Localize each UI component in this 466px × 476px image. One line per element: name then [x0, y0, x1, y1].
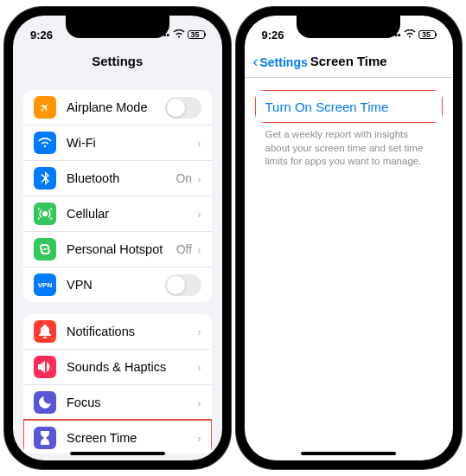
row-label: Bluetooth: [67, 171, 176, 185]
notch: [297, 16, 400, 38]
row-label: Screen Time: [67, 431, 197, 445]
settings-content[interactable]: ✈Airplane ModeWi-Fi›BluetoothOn›Cellular…: [13, 78, 222, 453]
chevron-right-icon: ›: [197, 396, 201, 409]
notch: [66, 16, 169, 38]
row-label: Airplane Mode: [67, 100, 165, 114]
page-title: Screen Time: [310, 54, 387, 68]
row-label: Focus: [67, 396, 197, 409]
wifi-icon: [404, 29, 416, 40]
row-value: Off: [176, 242, 192, 256]
sounds-icon: [34, 356, 56, 378]
row-focus[interactable]: Focus›: [23, 384, 212, 420]
screen-left: 9:26 ▪▪▪ 35 Settings ✈Airplane ModeWi-Fi…: [13, 16, 222, 460]
back-button[interactable]: ‹ Settings: [253, 53, 308, 71]
row-cellular[interactable]: Cellular›: [23, 196, 212, 231]
screentime-icon: [34, 427, 56, 449]
wifi-icon: [34, 132, 56, 154]
status-time: 9:26: [30, 29, 53, 42]
airplane-icon: ✈: [34, 96, 56, 119]
row-vpn[interactable]: VPNVPN: [23, 267, 212, 302]
chevron-right-icon: ›: [197, 243, 201, 256]
hotspot-icon: [34, 238, 56, 261]
row-hotspot[interactable]: Personal HotspotOff›: [23, 231, 212, 267]
chevron-right-icon: ›: [197, 208, 201, 221]
row-label: Notifications: [67, 325, 197, 338]
bluetooth-icon: [34, 167, 56, 190]
row-label: VPN: [67, 278, 165, 292]
row-sounds[interactable]: Sounds & Haptics›: [23, 349, 212, 384]
chevron-right-icon: ›: [197, 137, 201, 150]
phone-left: 9:26 ▪▪▪ 35 Settings ✈Airplane ModeWi-Fi…: [4, 7, 231, 469]
nav-header: ‹ Settings Screen Time: [245, 48, 454, 78]
row-bluetooth[interactable]: BluetoothOn›: [23, 160, 212, 196]
back-label: Settings: [260, 55, 308, 69]
row-airplane[interactable]: ✈Airplane Mode: [23, 90, 212, 125]
chevron-right-icon: ›: [197, 325, 201, 338]
focus-icon: [34, 391, 56, 414]
row-screentime[interactable]: Screen Time›: [23, 420, 212, 453]
row-label: Cellular: [67, 207, 197, 221]
row-label: Wi-Fi: [67, 136, 197, 150]
row-label: Sounds & Haptics: [67, 360, 197, 374]
chevron-right-icon: ›: [197, 432, 201, 445]
settings-group-notifications: Notifications›Sounds & Haptics›Focus›Scr…: [23, 314, 212, 453]
screentime-content[interactable]: Turn On Screen Time Get a weekly report …: [245, 78, 454, 453]
notifications-icon: [34, 320, 56, 343]
action-group: Turn On Screen Time: [255, 90, 444, 123]
toggle-vpn[interactable]: [165, 274, 201, 296]
action-label: Turn On Screen Time: [265, 100, 389, 114]
home-indicator[interactable]: [70, 452, 165, 455]
footer-text: Get a weekly report with insights about …: [245, 123, 454, 174]
page-title: Settings: [13, 48, 222, 78]
row-wifi[interactable]: Wi-Fi›: [23, 125, 212, 160]
status-time: 9:26: [262, 29, 284, 42]
turn-on-screentime-button[interactable]: Turn On Screen Time: [255, 90, 444, 123]
wifi-icon: [173, 29, 185, 40]
home-indicator[interactable]: [301, 452, 396, 455]
toggle-airplane[interactable]: [165, 97, 201, 119]
row-value: On: [176, 171, 192, 185]
row-notifications[interactable]: Notifications›: [23, 314, 212, 349]
chevron-right-icon: ›: [197, 361, 201, 374]
phone-right: 9:26 ▪▪▪ 35 ‹ Settings Screen Time Turn …: [236, 7, 463, 469]
screen-right: 9:26 ▪▪▪ 35 ‹ Settings Screen Time Turn …: [245, 16, 454, 460]
cellular-icon: [34, 203, 56, 225]
battery-icon: 35: [188, 30, 205, 39]
chevron-right-icon: ›: [197, 172, 201, 185]
battery-icon: 35: [418, 30, 436, 39]
row-label: Personal Hotspot: [67, 242, 176, 256]
chevron-left-icon: ‹: [253, 53, 259, 71]
vpn-icon: VPN: [34, 273, 56, 296]
settings-group-network: ✈Airplane ModeWi-Fi›BluetoothOn›Cellular…: [23, 90, 212, 302]
